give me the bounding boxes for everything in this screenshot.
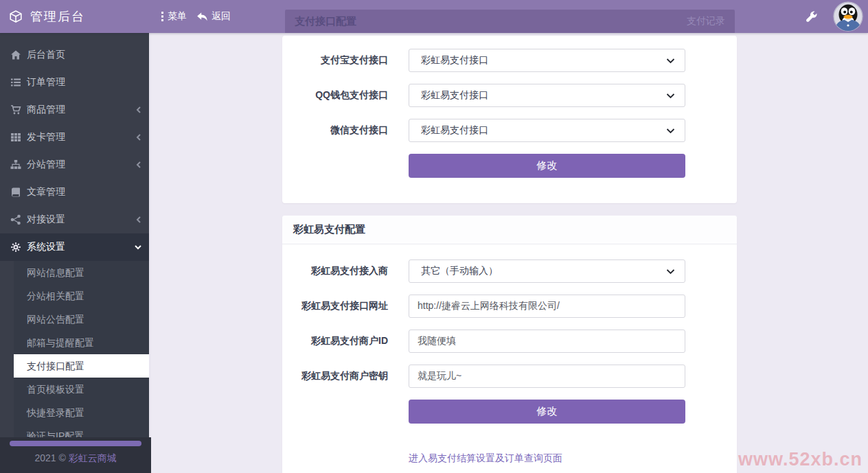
sidebar-item-label: 发卡管理 — [27, 131, 65, 143]
back-button[interactable]: 返回 — [196, 10, 231, 23]
epay-provider-select[interactable]: 其它（手动输入） — [409, 259, 685, 283]
form-row-alipay: 支付宝支付接口 彩虹易支付接口 — [282, 49, 737, 72]
submenu-item-announcement[interactable]: 网站公告配置 — [0, 308, 151, 331]
chevron-left-icon — [135, 216, 142, 224]
sitemap-icon — [10, 159, 21, 170]
main-content: 支付宝支付接口 彩虹易支付接口 QQ钱包支付接口 彩虹易支付接口 — [151, 33, 868, 473]
epay-merchant-key-input[interactable] — [409, 365, 685, 388]
grid-icon — [10, 132, 21, 143]
book-icon — [10, 187, 21, 198]
chevron-down-icon — [134, 244, 142, 251]
list-icon — [10, 77, 21, 88]
qq-wallet-interface-select[interactable]: 彩虹易支付接口 — [409, 84, 685, 107]
sidebar-item-label: 对接设置 — [27, 214, 65, 226]
sidebar-item-label: 系统设置 — [27, 241, 65, 253]
copyright: 2021 © 彩虹云商城 — [0, 452, 151, 465]
sidebar-footer: 2021 © 彩虹云商城 — [0, 437, 151, 473]
chevron-down-icon — [666, 268, 675, 275]
sidebar-scrollbar-track[interactable] — [149, 33, 151, 437]
form-row-wechat: 微信支付接口 彩虹易支付接口 — [282, 119, 737, 142]
payment-interface-card: 支付宝支付接口 彩虹易支付接口 QQ钱包支付接口 彩虹易支付接口 — [282, 36, 737, 203]
alipay-interface-label: 支付宝支付接口 — [282, 54, 398, 67]
system-settings-submenu: 网站信息配置 分站相关配置 网站公告配置 邮箱与提醒配置 支付接口配置 首页模板… — [0, 261, 151, 448]
page-title: 支付接口配置 — [295, 15, 356, 28]
submenu-item-home-template[interactable]: 首页模板设置 — [0, 378, 151, 401]
menu-label: 菜单 — [168, 10, 187, 23]
select-value: 彩虹易支付接口 — [421, 124, 488, 137]
modify-button[interactable]: 修改 — [409, 154, 685, 178]
form-row-epay-merchant-key: 彩虹易支付商户密钥 — [282, 365, 737, 388]
epay-merchant-id-label: 彩虹易支付商户ID — [282, 335, 398, 347]
sidebar-item-label: 分站管理 — [27, 159, 65, 171]
epay-merchant-key-label: 彩虹易支付商户密钥 — [282, 370, 398, 382]
home-icon — [10, 49, 21, 60]
epay-config-card-title: 彩虹易支付配置 — [282, 216, 737, 244]
back-label: 返回 — [212, 10, 231, 23]
submenu-item-payment-interface[interactable]: 支付接口配置 — [14, 354, 151, 378]
select-value: 其它（手动输入） — [421, 265, 498, 277]
sidebar-item-orders[interactable]: 订单管理 — [0, 69, 151, 96]
gear-icon — [10, 242, 21, 253]
epay-settlement-link[interactable]: 进入易支付结算设置及订单查询页面 — [409, 452, 562, 465]
sidebar-item-substations[interactable]: 分站管理 — [0, 151, 151, 178]
epay-provider-label: 彩虹易支付接入商 — [282, 265, 398, 277]
form-row-epay-provider: 彩虹易支付接入商 其它（手动输入） — [282, 259, 737, 283]
form-row-qq-wallet: QQ钱包支付接口 彩虹易支付接口 — [282, 84, 737, 107]
sidebar-item-label: 订单管理 — [27, 76, 65, 89]
alipay-interface-select[interactable]: 彩虹易支付接口 — [409, 49, 685, 72]
sidebar-item-label: 商品管理 — [27, 104, 65, 116]
brand-title: 管理后台 — [30, 8, 85, 25]
wechat-interface-select[interactable]: 彩虹易支付接口 — [409, 119, 685, 142]
content-container: 支付宝支付接口 彩虹易支付接口 QQ钱包支付接口 彩虹易支付接口 — [282, 36, 737, 473]
sidebar-item-system-settings[interactable]: 系统设置 — [0, 233, 151, 261]
modify-button[interactable]: 修改 — [409, 400, 685, 424]
submenu-item-substation-config[interactable]: 分站相关配置 — [0, 284, 151, 308]
wechat-interface-label: 微信支付接口 — [282, 124, 398, 137]
page-title-bar: 支付接口配置 支付记录 — [285, 10, 735, 33]
nodes-icon — [10, 214, 21, 225]
sidebar-item-cards[interactable]: 发卡管理 — [0, 124, 151, 151]
sidebar-item-products[interactable]: 商品管理 — [0, 96, 151, 124]
cart-icon — [10, 104, 21, 115]
wrench-icon[interactable] — [805, 10, 819, 23]
top-header: 管理后台 菜单 返回 支付接口配置 支付记录 — [0, 0, 868, 33]
sidebar-item-articles[interactable]: 文章管理 — [0, 178, 151, 206]
user-avatar[interactable] — [833, 1, 863, 32]
submenu-item-email-reminder[interactable]: 邮箱与提醒配置 — [0, 331, 151, 354]
epay-url-label: 彩虹易支付接口网址 — [282, 300, 398, 312]
copyright-year: 2021 © — [34, 452, 68, 463]
cube-logo-icon — [8, 9, 30, 24]
submenu-item-quick-login[interactable]: 快捷登录配置 — [0, 401, 151, 424]
chevron-left-icon — [135, 161, 142, 169]
select-value: 彩虹易支付接口 — [421, 54, 488, 67]
epay-config-card: 彩虹易支付配置 彩虹易支付接入商 其它（手动输入） 彩虹易支付接口网址 — [282, 216, 737, 473]
sidebar-item-docking[interactable]: 对接设置 — [0, 206, 151, 233]
payment-records-tab[interactable]: 支付记录 — [687, 15, 725, 27]
menu-toggle-button[interactable]: 菜单 — [161, 10, 187, 23]
sidebar-item-home[interactable]: 后台首页 — [0, 41, 151, 69]
chevron-down-icon — [666, 93, 675, 99]
form-row-epay-merchant-id: 彩虹易支付商户ID — [282, 330, 737, 353]
app-logo[interactable]: 管理后台 — [0, 0, 151, 33]
sidebar: 后台首页 订单管理 商品管理 — [0, 33, 151, 473]
vertical-dots-icon — [161, 11, 168, 22]
sidebar-item-label: 文章管理 — [27, 186, 65, 198]
chevron-down-icon — [666, 128, 675, 134]
epay-url-input[interactable] — [409, 295, 685, 318]
epay-merchant-id-input[interactable] — [409, 330, 685, 353]
back-arrow-icon — [196, 12, 212, 22]
chevron-left-icon — [135, 133, 142, 141]
sidebar-nav: 后台首页 订单管理 商品管理 — [0, 33, 151, 448]
chevron-left-icon — [135, 106, 142, 114]
select-value: 彩虹易支付接口 — [421, 89, 488, 102]
horizontal-scrollbar-thumb[interactable] — [10, 441, 141, 446]
copyright-brand-link[interactable]: 彩虹云商城 — [69, 452, 117, 463]
form-row-epay-url: 彩虹易支付接口网址 — [282, 295, 737, 318]
submenu-item-site-info[interactable]: 网站信息配置 — [0, 261, 151, 284]
chevron-down-icon — [666, 58, 675, 64]
qq-wallet-interface-label: QQ钱包支付接口 — [282, 89, 398, 102]
sidebar-item-label: 后台首页 — [27, 49, 65, 61]
